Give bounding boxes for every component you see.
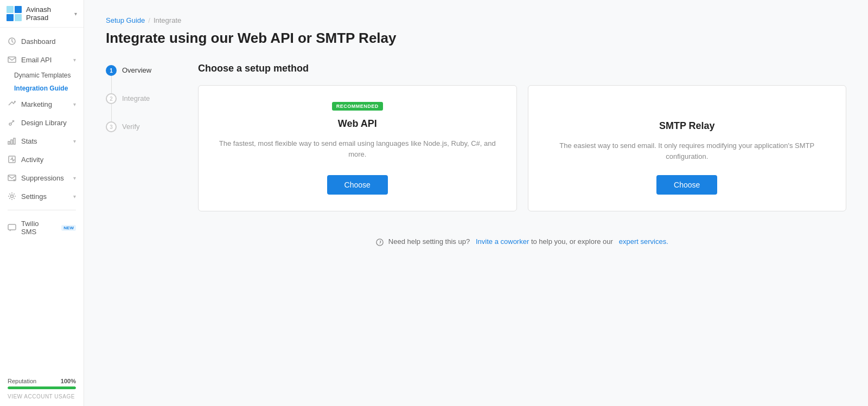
breadcrumb-separator: / xyxy=(148,16,150,24)
sidebar-item-integration-guide[interactable]: Integration Guide xyxy=(0,82,84,95)
activity-label: Activity xyxy=(21,156,43,164)
email-api-caret: ▾ xyxy=(73,57,76,63)
suppressions-label: Suppressions xyxy=(21,174,64,182)
step-3: 3 Verify xyxy=(106,121,176,132)
smtp-relay-title: SMTP Relay xyxy=(659,120,715,132)
reputation-bar-fill xyxy=(8,386,76,389)
sidebar-item-email-api[interactable]: Email API ▾ xyxy=(0,50,84,69)
svg-rect-5 xyxy=(8,57,16,62)
sidebar-item-stats[interactable]: Stats ▾ xyxy=(0,132,84,150)
svg-point-12 xyxy=(11,195,14,198)
dashboard-label: Dashboard xyxy=(21,37,56,46)
steps-sidebar: 1 Overview 2 Integrate 3 Verify xyxy=(106,63,176,246)
svg-rect-3 xyxy=(15,14,22,21)
step-2-circle: 2 xyxy=(106,93,117,104)
invite-coworker-link[interactable]: Invite a coworker xyxy=(476,237,529,246)
sidebar: Avinash Prasad ▾ Dashboard Email API ▾ D… xyxy=(0,0,84,406)
sidebar-item-twilio-sms[interactable]: Twilio SMS NEW xyxy=(0,215,84,241)
design-library-label: Design Library xyxy=(21,119,67,127)
sms-icon xyxy=(8,223,16,232)
help-icon xyxy=(376,237,386,246)
step-3-wrapper: 3 Verify xyxy=(106,121,176,132)
svg-rect-7 xyxy=(8,141,10,144)
step-1-wrapper: 1 Overview xyxy=(106,65,176,93)
setup-cards: RECOMMENDED Web API The fastest, most fl… xyxy=(198,85,846,211)
sidebar-item-marketing[interactable]: Marketing ▾ xyxy=(0,95,84,113)
step-1: 1 Overview xyxy=(106,65,176,76)
marketing-icon xyxy=(8,100,16,108)
reputation-value: 100% xyxy=(61,378,76,384)
svg-rect-10 xyxy=(9,156,15,163)
smtp-relay-card: SMTP Relay The easiest way to send email… xyxy=(528,85,847,211)
stats-icon xyxy=(8,137,16,145)
svg-rect-13 xyxy=(8,224,16,230)
svg-rect-1 xyxy=(15,6,22,13)
step-2-line xyxy=(111,104,112,121)
twilio-new-badge: NEW xyxy=(61,225,76,231)
smtp-relay-desc: The easiest way to send email. It only r… xyxy=(544,140,831,162)
step-2: 2 Integrate xyxy=(106,93,176,104)
main-content: Setup Guide / Integrate Integrate using … xyxy=(84,0,868,406)
suppressions-icon xyxy=(8,173,16,182)
step-1-circle: 1 xyxy=(106,65,117,76)
sidebar-item-settings[interactable]: Settings ▾ xyxy=(0,187,84,205)
web-api-card: RECOMMENDED Web API The fastest, most fl… xyxy=(198,85,517,211)
step-2-wrapper: 2 Integrate xyxy=(106,93,176,121)
marketing-label: Marketing xyxy=(21,100,52,108)
app-logo xyxy=(7,6,22,21)
svg-point-6 xyxy=(9,123,11,125)
stats-caret: ▾ xyxy=(73,138,76,144)
activity-icon xyxy=(8,155,16,164)
sidebar-item-suppressions[interactable]: Suppressions ▾ xyxy=(0,169,84,187)
user-name: Avinash Prasad xyxy=(26,5,70,22)
cards-section: Choose a setup method RECOMMENDED Web AP… xyxy=(198,63,846,246)
web-api-title: Web API xyxy=(338,118,377,130)
setup-layout: 1 Overview 2 Integrate 3 Verify xyxy=(106,63,846,246)
sidebar-divider xyxy=(8,210,76,210)
help-text: Need help setting this up? xyxy=(388,237,470,246)
settings-caret: ▾ xyxy=(73,194,76,199)
expert-services-link[interactable]: expert services. xyxy=(619,237,668,246)
step-1-line xyxy=(111,76,112,93)
design-icon xyxy=(8,118,16,127)
step-2-label: Integrate xyxy=(122,93,150,102)
svg-point-14 xyxy=(376,239,383,246)
svg-rect-8 xyxy=(11,140,12,144)
twilio-sms-label: Twilio SMS xyxy=(21,220,54,236)
dashboard-icon xyxy=(8,37,16,46)
smtp-relay-choose-button[interactable]: Choose xyxy=(656,175,717,195)
email-icon xyxy=(8,55,16,64)
web-api-choose-button[interactable]: Choose xyxy=(327,175,388,195)
settings-label: Settings xyxy=(21,192,47,201)
breadcrumb-parent[interactable]: Setup Guide xyxy=(106,16,145,24)
web-api-desc: The fastest, most flexible way to send e… xyxy=(214,138,501,162)
settings-icon xyxy=(8,192,16,201)
step-1-label: Overview xyxy=(122,65,151,74)
reputation-bar xyxy=(8,386,76,389)
step-3-circle: 3 xyxy=(106,121,117,132)
view-account-usage-link[interactable]: VIEW ACCOUNT USAGE xyxy=(8,394,76,399)
sidebar-item-dynamic-templates[interactable]: Dynamic Templates xyxy=(0,69,84,82)
svg-rect-9 xyxy=(14,138,15,144)
help-section: Need help setting this up? Invite a cowo… xyxy=(198,237,846,246)
step-3-label: Verify xyxy=(122,121,140,131)
page-title: Integrate using our Web API or SMTP Rela… xyxy=(106,30,846,47)
sidebar-item-design-library[interactable]: Design Library xyxy=(0,113,84,132)
user-menu[interactable]: Avinash Prasad ▾ xyxy=(0,0,84,28)
breadcrumb: Setup Guide / Integrate xyxy=(106,16,846,24)
svg-rect-2 xyxy=(7,14,14,21)
user-menu-chevron: ▾ xyxy=(74,11,77,17)
stats-label: Stats xyxy=(21,137,37,145)
email-api-label: Email API xyxy=(21,56,52,64)
sidebar-item-dashboard[interactable]: Dashboard xyxy=(0,32,84,50)
reputation-text: Reputation xyxy=(8,378,36,384)
choose-method-heading: Choose a setup method xyxy=(198,63,846,74)
svg-rect-0 xyxy=(7,6,14,13)
sidebar-nav: Dashboard Email API ▾ Dynamic Templates … xyxy=(0,28,84,372)
recommended-badge: RECOMMENDED xyxy=(332,102,383,111)
sidebar-item-activity[interactable]: Activity xyxy=(0,150,84,169)
sidebar-footer: Reputation 100% VIEW ACCOUNT USAGE xyxy=(0,372,84,406)
marketing-caret: ▾ xyxy=(73,101,76,107)
suppressions-caret: ▾ xyxy=(73,175,76,181)
breadcrumb-current: Integrate xyxy=(154,16,181,24)
